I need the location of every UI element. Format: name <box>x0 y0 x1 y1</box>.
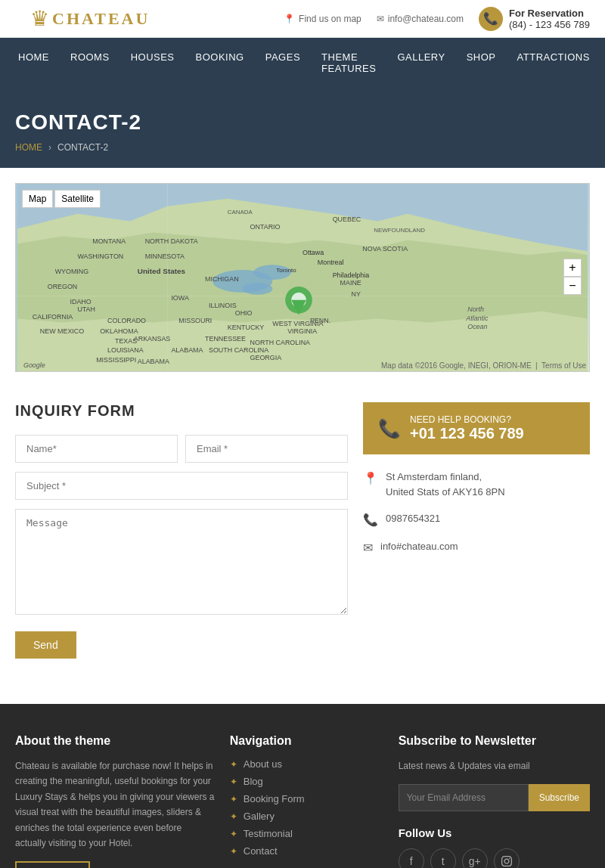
nav-item-booking[interactable]: BOOKING <box>185 38 255 88</box>
svg-text:NEWFOUNDLAND: NEWFOUNDLAND <box>374 227 425 234</box>
svg-text:North: North <box>467 305 484 313</box>
subject-input[interactable] <box>15 472 348 500</box>
satellite-view-button[interactable]: Satellite <box>54 190 101 208</box>
footer-nav-booking[interactable]: ✦ Booking Form <box>230 793 383 804</box>
help-number: +01 123 456 789 <box>410 425 524 442</box>
phone-text: 0987654321 <box>386 511 440 526</box>
svg-text:IOWA: IOWA <box>171 294 188 302</box>
facebook-icon[interactable]: f <box>399 848 424 868</box>
address-text: St Amsterdam finland, United Stats of AK… <box>386 470 505 499</box>
map-attribution: Map data ©2016 Google, INEGI, ORION-ME |… <box>381 361 586 370</box>
send-button[interactable]: Send <box>15 631 76 659</box>
svg-point-5 <box>243 283 273 295</box>
nav-link-booking[interactable]: BOOKING <box>185 38 255 76</box>
svg-text:Atlantic: Atlantic <box>465 315 489 322</box>
footer-nav-contact-link[interactable]: Contact <box>244 845 278 857</box>
subscribe-button[interactable]: Subscribe <box>529 784 590 811</box>
footer-nav-title: Navigation <box>230 734 383 748</box>
nav-item-houses[interactable]: HOUSES <box>120 38 185 88</box>
logo[interactable]: ♛ CHATEAU <box>15 0 165 37</box>
email-text: info@chateau.com <box>388 14 464 24</box>
breadcrumb-current: CONTACT-2 <box>57 142 108 153</box>
map-section: United States Ottawa Montreal Toronto Ph… <box>0 168 605 387</box>
footer-nav-about-link[interactable]: About us <box>244 758 282 770</box>
zoom-in-button[interactable]: + <box>563 259 582 277</box>
nav-item-pages[interactable]: PAGES <box>255 38 311 88</box>
pin-icon: 📍 <box>284 14 295 24</box>
footer-subscribe-col: Subscribe to Newsletter Latest news & Up… <box>399 734 590 868</box>
footer-nav-testimonial[interactable]: ✦ Testimonial <box>230 828 383 839</box>
nav-item-home[interactable]: HOME <box>8 38 60 88</box>
svg-text:United States: United States <box>138 267 186 275</box>
newsletter-email-input[interactable] <box>399 784 529 811</box>
nav-item-gallery[interactable]: GALLERY <box>386 38 455 88</box>
follow-us-title: Follow Us <box>399 826 590 839</box>
footer-main: About the theme Chateau is available for… <box>0 704 605 868</box>
svg-text:PENN.: PENN. <box>310 317 330 324</box>
zoom-out-button[interactable]: − <box>563 277 582 295</box>
svg-text:ARKANSAS: ARKANSAS <box>134 335 171 343</box>
email-detail-item: ✉ info#chateau.com <box>363 539 590 555</box>
nav-link-home[interactable]: HOME <box>8 38 60 76</box>
nav-link-houses[interactable]: HOUSES <box>120 38 185 76</box>
reservation-details: For Reservation (84) - 123 456 789 <box>509 8 590 30</box>
footer-nav-gallery-link[interactable]: Gallery <box>244 811 275 822</box>
svg-text:IDAHO: IDAHO <box>70 298 91 305</box>
svg-text:CANADA: CANADA <box>228 209 253 215</box>
map-view-button[interactable]: Map <box>22 190 53 208</box>
form-name-email-row <box>15 435 348 463</box>
help-booking-text: NEED HELP BOOKING? +01 123 456 789 <box>410 414 524 442</box>
nav-item-blog[interactable]: BLOG <box>600 38 605 88</box>
footer-nav-about[interactable]: ✦ About us <box>230 758 383 770</box>
svg-text:OHIO: OHIO <box>235 309 253 317</box>
reservation-label: For Reservation <box>509 8 590 19</box>
envelope-icon: ✉ <box>377 14 384 24</box>
svg-text:MISSISSIPPI: MISSISSIPPI <box>96 356 136 364</box>
nav-item-rooms[interactable]: ROOMS <box>60 38 120 88</box>
help-label: NEED HELP BOOKING? <box>410 414 524 425</box>
footer-nav-gallery[interactable]: ✦ Gallery <box>230 811 383 822</box>
footer-nav-blog-link[interactable]: Blog <box>244 776 263 787</box>
nav-link-theme-features[interactable]: THEME FEATURES <box>311 38 386 88</box>
footer-subscribe-title: Subscribe to Newsletter <box>399 734 590 748</box>
email-input[interactable] <box>185 435 348 463</box>
message-input[interactable] <box>15 509 348 615</box>
footer-about-col: About the theme Chateau is available for… <box>15 734 215 868</box>
form-subject-row <box>15 472 348 500</box>
breadcrumb-separator: › <box>48 142 51 153</box>
address-item: 📍 St Amsterdam finland, United Stats of … <box>363 470 590 499</box>
map-container[interactable]: United States Ottawa Montreal Toronto Ph… <box>15 183 590 372</box>
map-background: United States Ottawa Montreal Toronto Ph… <box>16 184 589 371</box>
nav-item-theme-features[interactable]: THEME FEATURES <box>311 38 386 88</box>
read-more-button[interactable]: Read More <box>15 861 90 868</box>
nav-link-shop[interactable]: SHOP <box>456 38 507 76</box>
twitter-icon[interactable]: t <box>430 848 456 868</box>
footer-nav-testimonial-link[interactable]: Testimonial <box>244 828 293 839</box>
breadcrumb-home-link[interactable]: HOME <box>15 142 42 153</box>
nav-link-gallery[interactable]: GALLERY <box>386 38 455 76</box>
nav-item-shop[interactable]: SHOP <box>456 38 507 88</box>
footer-nav-star-icon-5: ✦ <box>230 829 237 839</box>
phone-item: 📞 0987654321 <box>363 511 590 527</box>
footer-nav-booking-link[interactable]: Booking Form <box>244 793 305 804</box>
nav-link-rooms[interactable]: ROOMS <box>60 38 120 76</box>
instagram-icon[interactable] <box>494 848 520 868</box>
svg-text:SOUTH CAROLINA: SOUTH CAROLINA <box>209 346 268 354</box>
footer-nav-blog[interactable]: ✦ Blog <box>230 776 383 787</box>
nav-link-attractions[interactable]: ATTRACTIONS <box>507 38 600 76</box>
svg-text:NOVA SCOTIA: NOVA SCOTIA <box>362 245 408 253</box>
map-svg: United States Ottawa Montreal Toronto Ph… <box>16 184 589 371</box>
nav-item-attractions[interactable]: ATTRACTIONS <box>507 38 600 88</box>
googleplus-icon[interactable]: g+ <box>462 848 488 868</box>
name-input[interactable] <box>15 435 178 463</box>
svg-text:TENNESSEE: TENNESSEE <box>205 335 246 343</box>
svg-text:MICHIGAN: MICHIGAN <box>205 275 239 283</box>
footer-nav-contact[interactable]: ✦ Contact <box>230 845 383 857</box>
svg-text:Montreal: Montreal <box>318 259 344 266</box>
logo-text: CHATEAU <box>52 9 150 29</box>
svg-text:MONTANA: MONTANA <box>92 237 126 245</box>
content-area: INQUIRY FORM Send 📞 NEED HELP BOOKING? +… <box>0 387 605 674</box>
svg-text:TEXAS: TEXAS <box>115 337 137 345</box>
nav-link-blog[interactable]: BLOG <box>600 38 605 76</box>
nav-link-pages[interactable]: PAGES <box>255 38 311 76</box>
